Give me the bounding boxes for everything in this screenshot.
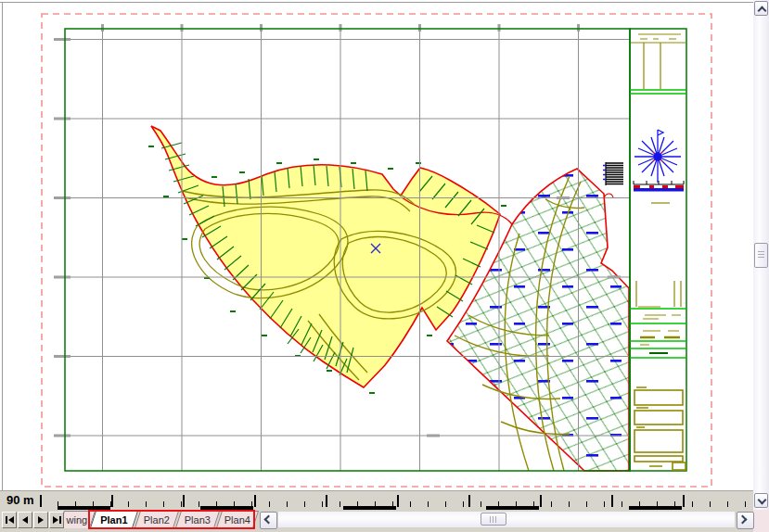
horizontal-scrollbar-thumb[interactable] bbox=[481, 513, 506, 526]
tab-plan3[interactable]: Plan3 bbox=[175, 511, 220, 528]
scrollbar-corner bbox=[753, 510, 769, 532]
horizontal-scrollbar[interactable] bbox=[278, 512, 735, 527]
triangle-right-icon bbox=[53, 516, 58, 524]
chevron-down-icon bbox=[758, 496, 767, 505]
tab-plan4[interactable]: Plan4 bbox=[216, 511, 259, 528]
scroll-down-button[interactable] bbox=[754, 493, 768, 508]
last-icon bbox=[59, 516, 61, 524]
first-tab-button[interactable] bbox=[2, 512, 17, 528]
scroll-up-button[interactable] bbox=[754, 1, 768, 16]
previous-tab-button[interactable] bbox=[18, 512, 32, 528]
title-block bbox=[630, 34, 686, 470]
layout-tab-bar: wing Plan1 Plan2 Plan3 Plan4 bbox=[0, 510, 753, 532]
tab-plan2[interactable]: Plan2 bbox=[135, 511, 179, 528]
triangle-right-icon bbox=[38, 516, 44, 524]
triangle-left-icon bbox=[22, 516, 28, 524]
scale-bar bbox=[634, 181, 684, 192]
next-tab-button[interactable] bbox=[33, 512, 48, 528]
last-tab-button[interactable] bbox=[49, 512, 64, 528]
triangle-left-icon bbox=[8, 516, 14, 524]
application-window: 90 m wing Plan1 Plan2 Plan3 Plan4 bbox=[0, 0, 769, 532]
drawing-canvas[interactable] bbox=[3, 3, 753, 490]
chevron-left-icon bbox=[264, 515, 274, 525]
ruler-origin-label: 90 m bbox=[6, 493, 34, 507]
paper-layout bbox=[3, 3, 753, 490]
ruler-bar: 90 m bbox=[0, 490, 753, 510]
legend-hatch bbox=[603, 162, 623, 198]
vertical-scrollbar[interactable] bbox=[753, 0, 769, 510]
scroll-right-button[interactable] bbox=[737, 512, 754, 529]
north-arrow bbox=[634, 130, 681, 183]
chevron-right-icon bbox=[738, 515, 748, 525]
first-icon bbox=[6, 516, 7, 524]
vertical-scrollbar-thumb[interactable] bbox=[754, 243, 768, 268]
tab-scroll-left-button[interactable] bbox=[260, 512, 277, 529]
chevron-up-icon bbox=[758, 6, 767, 16]
tab-plan1[interactable]: Plan1 bbox=[90, 511, 138, 528]
ruler-scale bbox=[0, 491, 753, 510]
